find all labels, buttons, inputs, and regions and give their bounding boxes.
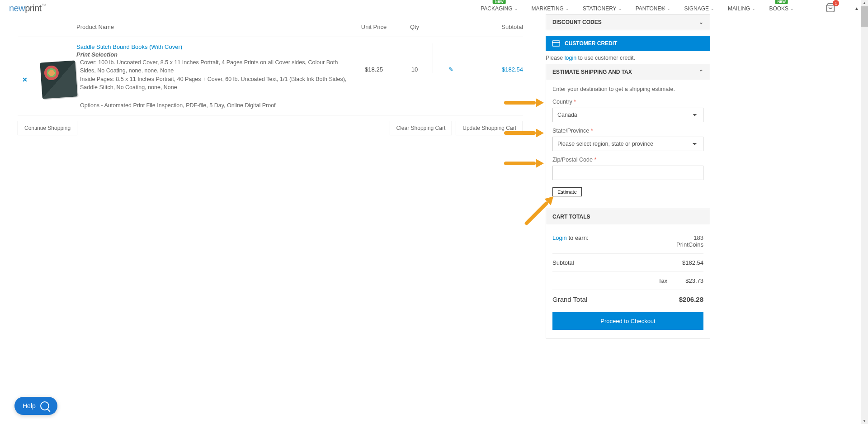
item-subtotal: $182.54 [469, 43, 523, 73]
discount-codes-toggle[interactable]: DISCOUNT CODES ⌄ [546, 14, 710, 30]
edit-icon[interactable]: ✎ [448, 66, 453, 73]
zip-label: Zip/Postal Code * [552, 157, 703, 163]
scroll-thumb[interactable] [861, 6, 868, 27]
cart-icon[interactable]: 1 [826, 3, 835, 14]
nav-marketing[interactable]: MARKETING⌄ [532, 5, 569, 12]
clear-cart-button[interactable]: Clear Shopping Cart [390, 121, 453, 135]
state-select[interactable]: Please select region, state or province [552, 137, 703, 151]
chevron-down-icon: ⌄ [667, 6, 670, 11]
shipping-intro: Enter your destination to get a shipping… [552, 86, 703, 92]
continue-shopping-button[interactable]: Continue Shopping [18, 121, 77, 135]
new-badge: NEW [493, 0, 506, 4]
nav-stationery[interactable]: STATIONERY⌄ [583, 5, 622, 12]
cart-badge: 1 [833, 0, 839, 6]
cart-item-row: ✕ Saddle Stitch Bound Books (With Cover)… [18, 37, 523, 115]
country-select[interactable]: Canada [552, 108, 703, 122]
product-thumbnail [40, 60, 77, 99]
chevron-down-icon: ⌄ [618, 6, 622, 11]
cart-totals-header: CART TOTALS [546, 209, 710, 224]
country-label: Country * [552, 99, 703, 105]
scrollbar[interactable]: ▲ ▼ [861, 0, 868, 344]
proceed-checkout-button[interactable]: Proceed to Checkout [552, 312, 703, 330]
credit-login-text: Please login to use customer credit. [546, 51, 710, 64]
credit-login-link[interactable]: login [565, 55, 576, 61]
cart-actions: Continue Shopping Clear Shopping Cart Up… [18, 121, 523, 135]
qty-value: 10 [396, 43, 433, 73]
nav-packaging[interactable]: NEW PACKAGING⌄ [481, 5, 518, 12]
product-link[interactable]: Saddle Stitch Bound Books (With Cover) [76, 43, 182, 50]
chevron-down-icon: ⌄ [790, 6, 794, 11]
scroll-up-icon[interactable]: ▲ [863, 1, 866, 5]
remove-item-icon[interactable]: ✕ [22, 76, 28, 83]
grand-total-row: Grand Total $206.28 [552, 290, 703, 309]
chevron-up-icon[interactable]: ▲ [854, 6, 859, 11]
options-line: Options - Automated Print File Inspectio… [76, 102, 347, 109]
col-product: Product Name [76, 24, 351, 30]
chevron-down-icon: ⌄ [711, 6, 714, 11]
tax-row: Tax $23.73 [552, 272, 703, 290]
chevron-down-icon: ⌄ [566, 6, 569, 11]
main-nav: NEW PACKAGING⌄ MARKETING⌄ STATIONERY⌄ PA… [481, 3, 859, 14]
state-label: State/Province * [552, 128, 703, 134]
zip-input[interactable] [552, 166, 703, 180]
item-thumb-cell: ✕ [18, 43, 76, 98]
new-badge: NEW [775, 0, 788, 4]
nav-signage[interactable]: SIGNAGE⌄ [684, 5, 714, 12]
nav-mailing[interactable]: MAILING⌄ [728, 5, 755, 12]
nav-pantone[interactable]: PANTONE®⌄ [636, 5, 671, 12]
col-qty: Qty [396, 24, 433, 30]
chevron-down-icon: ⌄ [752, 6, 755, 11]
unit-price: $18.25 [351, 43, 396, 73]
inside-spec: Inside Pages: 8.5 x 11 Inches Portrait, … [76, 76, 347, 91]
customer-credit-header[interactable]: CUSTOMER CREDIT [546, 36, 710, 51]
cover-spec: Cover: 100 lb. Uncoated Cover, 8.5 x 11 … [76, 59, 347, 75]
cart-table-head: Product Name Unit Price Qty Subtotal [18, 17, 523, 37]
print-selection-label: Print Selection [76, 51, 347, 58]
chevron-up-icon: ⌃ [699, 69, 703, 75]
cart-sidebar: DISCOUNT CODES ⌄ CUSTOMER CREDIT Please … [546, 17, 710, 344]
earn-row: Login to earn: 183PrintCoins [552, 229, 703, 254]
nav-books[interactable]: NEW BOOKS⌄ [769, 5, 794, 12]
logo[interactable]: newprint™ [9, 3, 46, 14]
login-earn-link[interactable]: Login [552, 234, 567, 241]
svg-rect-0 [552, 41, 560, 46]
logo-tm: ™ [42, 3, 46, 8]
col-subtotal: Subtotal [469, 24, 523, 30]
logo-new: new [9, 3, 25, 14]
site-header: newprint™ NEW PACKAGING⌄ MARKETING⌄ STAT… [0, 0, 868, 17]
update-cart-button[interactable]: Update Shopping Cart [456, 121, 523, 135]
card-icon [552, 40, 560, 47]
subtotal-row: Subtotal $182.54 [552, 254, 703, 272]
chevron-down-icon: ⌄ [699, 19, 703, 25]
logo-print: print [25, 3, 41, 14]
estimate-button[interactable]: Estimate [552, 187, 582, 196]
cart-main: Product Name Unit Price Qty Subtotal ✕ S… [18, 17, 523, 344]
chevron-down-icon: ⌄ [514, 6, 518, 11]
col-price: Unit Price [351, 24, 396, 30]
shipping-toggle[interactable]: ESTIMATE SHIPPING AND TAX ⌃ [546, 64, 710, 80]
